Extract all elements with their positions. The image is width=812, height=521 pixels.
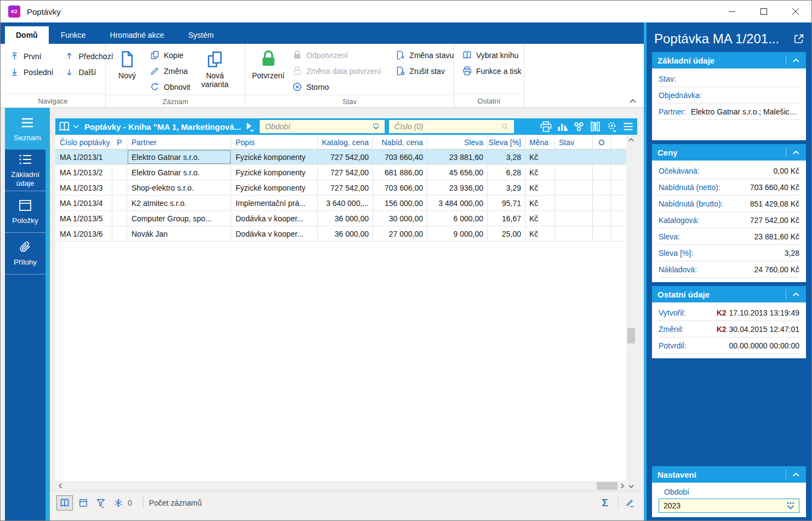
cell-p[interactable] xyxy=(112,180,127,195)
container-view-toggle[interactable] xyxy=(77,497,89,508)
cell-nabid[interactable]: 703 660,40 xyxy=(373,150,427,164)
refresh-button[interactable]: Obnovit xyxy=(146,79,193,95)
period-filter-input[interactable] xyxy=(264,122,372,131)
cell-stav[interactable] xyxy=(555,211,593,226)
column-header-stav[interactable]: Stav xyxy=(555,135,593,149)
table-row[interactable]: MA 1/2013/4K2 atmitec s.r.o.Implementačn… xyxy=(55,196,627,211)
settings-gear-icon[interactable] xyxy=(605,120,619,133)
scroll-down-arrow[interactable] xyxy=(626,482,636,491)
cell-sleva_pct[interactable]: 6,28 xyxy=(488,165,525,180)
filter-button[interactable] xyxy=(95,497,107,508)
confirm-button[interactable]: Potvrzení xyxy=(252,47,284,80)
cell-katalog[interactable]: 36 000,00 xyxy=(318,211,373,226)
cell-stav[interactable] xyxy=(555,165,593,180)
column-header-katalog[interactable]: Katalog. cena xyxy=(318,135,373,149)
cell-p[interactable] xyxy=(112,211,127,226)
scroll-right-arrow[interactable] xyxy=(617,481,627,491)
book-view-toggle[interactable] xyxy=(56,495,73,511)
cell-popis[interactable]: Implementační prá... xyxy=(231,196,318,210)
cell-partner[interactable]: Computer Group, spo... xyxy=(127,211,231,226)
vertical-scroll-thumb[interactable] xyxy=(627,328,635,343)
cell-o[interactable] xyxy=(593,211,611,226)
number-search-input[interactable] xyxy=(393,122,501,131)
chart-icon[interactable] xyxy=(556,120,569,133)
horizontal-scroll-thumb[interactable] xyxy=(597,482,617,490)
cell-o[interactable] xyxy=(593,150,611,164)
cell-partner[interactable]: Novák Jan xyxy=(127,226,231,241)
menu-icon[interactable] xyxy=(621,120,635,133)
cell-sleva_pct[interactable]: 95,71 xyxy=(488,196,525,210)
column-header-p[interactable]: P xyxy=(112,135,127,149)
cell-partner[interactable]: Elektro Gatnar s.r.o. xyxy=(127,165,231,180)
cell-cislo[interactable]: MA 1/2013/3 xyxy=(55,180,112,195)
sidebar-item-seznam[interactable]: Seznam xyxy=(5,108,50,150)
vertical-scrollbar[interactable] xyxy=(626,135,636,491)
tab-hromadne-akce[interactable]: Hromadné akce xyxy=(98,26,176,44)
table-row[interactable]: MA 1/2013/1Elektro Gatnar s.r.o.Fyzické … xyxy=(55,150,627,165)
horizontal-scrollbar[interactable] xyxy=(55,481,627,491)
cell-sleva[interactable]: 6 000,00 xyxy=(427,211,488,226)
cell-popis[interactable]: Dodávka v kooper... xyxy=(231,226,318,241)
cell-nabid[interactable]: 681 886,00 xyxy=(373,165,427,180)
column-header-popis[interactable]: Popis xyxy=(231,135,318,149)
cell-mena[interactable]: Kč xyxy=(525,150,555,164)
cell-cislo[interactable]: MA 1/2013/5 xyxy=(55,211,112,226)
maximize-button[interactable] xyxy=(748,1,780,22)
tab-system[interactable]: Systém xyxy=(176,26,226,44)
change-state-button[interactable]: Změna stavu xyxy=(392,47,457,63)
cell-sleva_pct[interactable]: 16,67 xyxy=(488,211,525,226)
columns-icon[interactable] xyxy=(588,120,602,133)
cell-mena[interactable]: Kč xyxy=(525,180,555,195)
cell-mena[interactable]: Kč xyxy=(525,196,555,210)
edit-pencil-icon[interactable] xyxy=(624,497,636,508)
cell-nabid[interactable]: 27 000,00 xyxy=(373,226,427,241)
scroll-up-arrow[interactable] xyxy=(626,135,636,144)
column-header-cislo[interactable]: Číslo poptávky xyxy=(55,135,112,149)
period-select-input[interactable] xyxy=(662,501,786,511)
tab-domu[interactable]: Domů xyxy=(5,26,49,44)
cell-popis[interactable]: Fyzické komponenty xyxy=(231,180,318,195)
play-expand-icon[interactable] xyxy=(243,121,255,133)
cell-sleva[interactable]: 23 881,60 xyxy=(427,150,488,164)
cell-nabid[interactable]: 30 000,00 xyxy=(373,211,427,226)
unconfirm-button[interactable]: Odpotvrzení xyxy=(289,47,384,63)
ribbon-collapse-button[interactable] xyxy=(628,98,637,104)
table-row[interactable]: MA 1/2013/5Computer Group, spo...Dodávka… xyxy=(55,211,627,226)
cell-sleva[interactable]: 3 484 000,00 xyxy=(427,196,488,210)
column-header-sleva-pct[interactable]: Sleva [%] xyxy=(488,135,525,149)
cell-p[interactable] xyxy=(112,165,127,180)
new-button[interactable]: Nový xyxy=(110,47,144,80)
open-external-icon[interactable] xyxy=(793,33,805,45)
cell-popis[interactable]: Dodávka v kooper... xyxy=(231,211,318,226)
minimize-button[interactable] xyxy=(716,1,748,22)
select-book-button[interactable]: Vybrat knihu xyxy=(459,47,524,63)
cell-katalog[interactable]: 36 000,00 xyxy=(318,226,373,241)
cancel-storno-button[interactable]: Storno xyxy=(289,79,384,95)
functions-print-button[interactable]: Funkce a tisk xyxy=(459,63,524,79)
cell-cislo[interactable]: MA 1/2013/4 xyxy=(55,196,112,210)
cell-nabid[interactable]: 156 000,00 xyxy=(373,196,427,210)
cell-cislo[interactable]: MA 1/2013/1 xyxy=(55,150,112,164)
sidebar-item-prilohy[interactable]: Přílohy xyxy=(5,233,45,274)
cell-o[interactable] xyxy=(593,196,611,210)
cell-partner[interactable]: Shop-elektro s.r.o. xyxy=(127,180,231,195)
cell-katalog[interactable]: 727 542,00 xyxy=(318,165,373,180)
cell-o[interactable] xyxy=(593,226,611,241)
cell-sleva_pct[interactable]: 3,29 xyxy=(488,180,525,195)
cell-o[interactable] xyxy=(593,180,611,195)
cell-p[interactable] xyxy=(112,196,127,210)
column-header-nabid[interactable]: Nabíd. cena xyxy=(373,135,427,149)
new-variant-button[interactable]: Nová varianta xyxy=(197,47,233,89)
cell-sleva[interactable]: 23 936,00 xyxy=(427,180,488,195)
cell-p[interactable] xyxy=(112,226,127,241)
cell-stav[interactable] xyxy=(555,180,593,195)
cell-mena[interactable]: Kč xyxy=(525,226,555,241)
cell-cislo[interactable]: MA 1/2013/2 xyxy=(55,165,112,180)
cell-sleva_pct[interactable]: 25,00 xyxy=(488,226,525,241)
cell-sleva_pct[interactable]: 3,28 xyxy=(488,150,525,164)
cell-p[interactable] xyxy=(112,150,127,164)
processes-icon[interactable] xyxy=(572,120,586,133)
cell-popis[interactable]: Fyzické komponenty xyxy=(231,165,318,180)
cell-stav[interactable] xyxy=(555,226,593,241)
collapse-section-button[interactable] xyxy=(786,147,800,157)
